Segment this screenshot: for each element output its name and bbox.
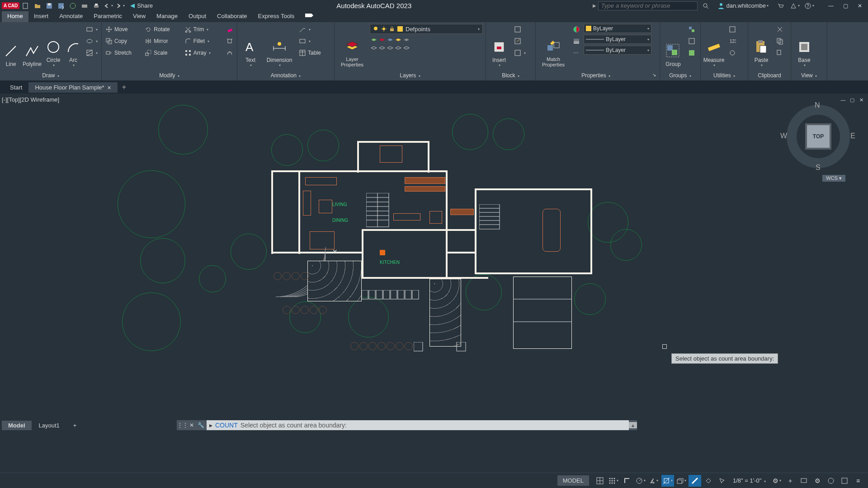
arc-button[interactable]: Arc▾ [64, 24, 82, 69]
erase-button[interactable] [224, 24, 235, 35]
sb-annomonitor-icon[interactable] [797, 475, 810, 487]
dimension-button[interactable]: Dimension▾ [264, 24, 295, 69]
search-expand-icon[interactable]: ▶ [593, 3, 596, 8]
command-bar[interactable]: ⋮⋮ ✕ 🔧 ▸ COUNT Select object as count ar… [176, 420, 637, 431]
layer-tool-4[interactable] [394, 35, 401, 42]
close-tab-icon[interactable]: ✕ [107, 85, 111, 90]
layer-tool-9[interactable] [394, 43, 401, 50]
search-input[interactable] [598, 1, 698, 10]
sb-polar-icon[interactable]: ▾ [634, 475, 647, 487]
panel-draw-title[interactable]: Draw ▾ [0, 71, 101, 80]
group-select-button[interactable] [686, 47, 697, 58]
insert-button[interactable]: Insert▾ [488, 24, 510, 69]
sb-hw-icon[interactable] [825, 475, 837, 487]
menu-home[interactable]: Home [2, 11, 28, 22]
plot-icon[interactable] [79, 1, 90, 10]
base-button[interactable]: Base▾ [793, 24, 816, 69]
cut-button[interactable] [774, 24, 785, 35]
layer-tool-8[interactable] [386, 43, 393, 50]
viewcube-n[interactable]: N [815, 101, 820, 109]
scale-button[interactable]: Scale [143, 47, 180, 58]
sb-clean-icon[interactable] [838, 475, 851, 487]
table-button[interactable]: Table [297, 47, 323, 58]
edit-block-button[interactable] [512, 36, 528, 47]
sb-transparency-icon[interactable] [702, 475, 715, 487]
panel-groups-title[interactable]: Groups ▾ [660, 71, 700, 80]
sb-custom-icon[interactable]: ≡ [852, 475, 864, 487]
move-button[interactable]: Move [104, 24, 141, 35]
explode-button[interactable] [224, 36, 235, 47]
viewcube-top[interactable]: TOP [807, 125, 830, 148]
layer-tool-2[interactable] [378, 35, 385, 42]
layer-tool-7[interactable] [378, 43, 385, 50]
tab-start[interactable]: Start [4, 82, 28, 93]
sb-add-scale-icon[interactable]: + [784, 475, 797, 487]
color-dropdown[interactable]: ByLayer▾ [584, 24, 651, 33]
trim-button[interactable]: Trim▾ [183, 24, 222, 35]
hatch-button[interactable]: ▾ [84, 47, 99, 58]
layer-properties-button[interactable]: Layer Properties [336, 24, 368, 69]
save-icon[interactable] [44, 1, 55, 10]
share-icon[interactable]: Share [126, 1, 156, 10]
util-3-button[interactable] [727, 47, 738, 58]
sb-ortho-icon[interactable] [621, 475, 633, 487]
edit-attributes-button[interactable]: ▾ [512, 47, 528, 58]
print-icon[interactable] [91, 1, 102, 10]
measure-button[interactable]: Measure▾ [703, 24, 725, 69]
layout-model-tab[interactable]: Model [2, 421, 32, 430]
cmd-close-icon[interactable]: ✕ [188, 421, 196, 429]
user-icon[interactable]: dan.whitcombe▾ [715, 1, 771, 10]
layout-add-tab[interactable]: + [67, 421, 83, 430]
viewcube-w[interactable]: W [780, 132, 787, 140]
panel-block-title[interactable]: Block ▾ [486, 71, 535, 80]
stretch-button[interactable]: Stretch [104, 47, 141, 58]
wcs-badge[interactable]: WCS ▾ [822, 175, 845, 182]
menu-view[interactable]: View [127, 11, 151, 22]
menu-insert[interactable]: Insert [28, 11, 54, 22]
new-icon[interactable] [20, 1, 31, 10]
clip-copy-base-button[interactable] [774, 47, 785, 58]
array-button[interactable]: Array▾ [183, 47, 222, 58]
line-button[interactable]: Line [2, 24, 20, 69]
menu-featured-icon[interactable] [300, 11, 319, 22]
circle-button[interactable]: Circle▾ [44, 24, 62, 69]
sb-workspace-icon[interactable]: ⚙ [811, 475, 824, 487]
cart-icon[interactable] [775, 1, 786, 10]
clip-copy-button[interactable] [774, 36, 785, 47]
menu-output[interactable]: Output [183, 11, 212, 22]
layer-tool-6[interactable] [370, 43, 377, 50]
viewcube-e[interactable]: E [850, 132, 855, 140]
help-icon[interactable]: ?▾ [804, 1, 815, 10]
match-properties-button[interactable]: Match Properties [538, 24, 569, 69]
fillet-button[interactable]: Fillet▾ [183, 36, 222, 47]
panel-annotation-title[interactable]: Annotation ▾ [237, 71, 334, 80]
layer-tool-3[interactable] [386, 35, 393, 42]
window-minimize[interactable]: — [826, 1, 836, 10]
panel-utilities-title[interactable]: Utilities ▾ [701, 71, 748, 80]
menu-manage[interactable]: Manage [151, 11, 183, 22]
group-button[interactable]: Group [662, 24, 684, 69]
mirror-button[interactable]: Mirror [143, 36, 180, 47]
ungroup-button[interactable] [686, 24, 697, 35]
panel-view-title[interactable]: View ▾ [791, 71, 827, 80]
viewport-label[interactable]: [-][Top][2D Wireframe] [2, 96, 59, 103]
search-icon[interactable] [700, 1, 711, 10]
linetype-dropdown[interactable]: ByLayer▾ [584, 46, 651, 55]
undo-icon[interactable]: ▾ [103, 1, 113, 10]
create-block-button[interactable] [512, 24, 528, 35]
window-close[interactable]: ✕ [854, 1, 865, 10]
cmd-grip-icon[interactable]: ⋮⋮ [179, 421, 187, 429]
count-button[interactable]: 123 [727, 36, 738, 47]
viewcube[interactable]: TOP N S E W [782, 100, 854, 173]
util-1-button[interactable] [727, 24, 738, 35]
layer-tool-5[interactable] [402, 35, 410, 42]
sb-scale-button[interactable]: 1/8" = 1'-0" ▾ [729, 477, 769, 484]
web-mobile-icon[interactable] [67, 1, 78, 10]
text-button[interactable]: AText▾ [239, 24, 262, 69]
layer-tool-1[interactable] [370, 35, 377, 42]
layer-dropdown[interactable]: Defpoints ▾ [370, 24, 483, 34]
lineweight-dropdown[interactable]: ByLayer▾ [584, 35, 651, 44]
offset-button[interactable] [224, 47, 235, 58]
command-input[interactable]: ▸ COUNT Select object as count area boun… [207, 420, 629, 430]
window-maximize[interactable]: ▢ [840, 1, 851, 10]
